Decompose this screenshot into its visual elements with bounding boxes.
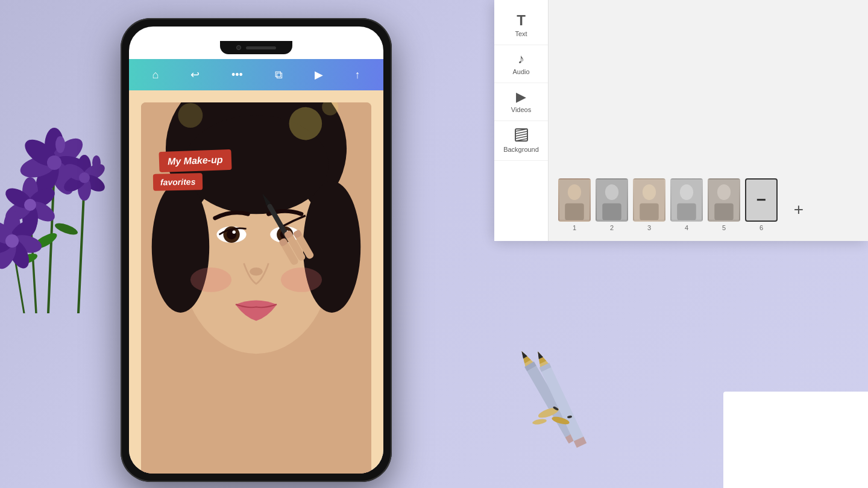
thumbnail-box-2[interactable]: [596, 178, 628, 222]
thumbnail-6[interactable]: − 6: [745, 178, 778, 231]
thumbnail-box-6[interactable]: −: [745, 178, 778, 222]
phone-body: ⌂ ↩ ••• ⧉ ▶ ↑: [121, 18, 392, 482]
thumbnail-num-6: 6: [760, 224, 763, 231]
svg-rect-67: [602, 204, 621, 221]
svg-line-59: [515, 134, 527, 136]
sidebar-audio-label: Audio: [512, 68, 529, 75]
svg-rect-76: [714, 204, 733, 221]
add-slide-button[interactable]: +: [782, 188, 815, 231]
text-icon: T: [517, 13, 526, 28]
svg-point-81: [303, 181, 361, 313]
audio-icon: ♪: [518, 52, 524, 66]
minus-icon: −: [756, 190, 766, 210]
thumbnail-3[interactable]: 3: [633, 178, 665, 231]
phone-screen: ⌂ ↩ ••• ⧉ ▶ ↑: [129, 27, 383, 474]
sidebar-item-videos[interactable]: ▶ Videos: [494, 83, 548, 121]
duplicate-icon[interactable]: ⧉: [275, 69, 283, 81]
thumbnail-num-3: 3: [647, 224, 651, 231]
sidebar-item-audio[interactable]: ♪ Audio: [494, 45, 548, 83]
svg-line-58: [515, 131, 527, 134]
thumbnail-2[interactable]: 2: [596, 178, 628, 231]
thumbnail-box-1[interactable]: [558, 178, 591, 222]
paper-decoration: [723, 392, 868, 488]
svg-point-63: [568, 184, 581, 200]
sticker-subtitle: favorites: [153, 173, 203, 190]
svg-point-91: [250, 267, 263, 276]
thumbnail-4[interactable]: 4: [670, 178, 703, 231]
share-icon[interactable]: ↑: [355, 69, 360, 81]
thumbnail-5[interactable]: 5: [708, 178, 740, 231]
more-icon[interactable]: •••: [231, 69, 243, 81]
svg-point-92: [190, 267, 231, 292]
camera-icon: [236, 45, 241, 50]
phone-notch: [220, 41, 292, 54]
sidebar-item-background[interactable]: Background: [494, 121, 548, 161]
undo-icon[interactable]: ↩: [190, 68, 200, 81]
speaker-icon: [246, 46, 276, 49]
svg-point-75: [717, 184, 731, 200]
home-icon[interactable]: ⌂: [152, 69, 159, 81]
svg-rect-64: [565, 204, 583, 221]
svg-point-104: [178, 103, 203, 128]
thumbnail-num-2: 2: [610, 224, 614, 231]
makeup-photo: My Make-up favorites: [141, 102, 371, 474]
thumbnail-num-1: 1: [573, 224, 576, 231]
svg-rect-73: [677, 204, 696, 221]
svg-point-69: [643, 184, 656, 200]
tool-sidebar: T Text ♪ Audio ▶ Videos Background: [494, 0, 549, 241]
sidebar-text-label: Text: [515, 30, 527, 37]
svg-point-102: [289, 107, 322, 140]
thumbnail-num-5: 5: [722, 224, 726, 231]
add-icon: +: [782, 188, 815, 231]
svg-point-66: [605, 184, 618, 200]
phone-content: My Make-up favorites: [129, 90, 383, 474]
app-toolbar: ⌂ ↩ ••• ⧉ ▶ ↑: [129, 59, 383, 90]
thumbnail-box-3[interactable]: [633, 178, 665, 222]
svg-point-72: [680, 184, 693, 200]
sidebar-videos-label: Videos: [511, 106, 531, 113]
thumbnail-1[interactable]: 1: [558, 178, 591, 231]
thumbnail-num-4: 4: [685, 224, 688, 231]
svg-rect-70: [640, 204, 658, 221]
thumbnail-row: 1 2: [558, 178, 858, 231]
play-icon[interactable]: ▶: [315, 68, 323, 81]
svg-point-80: [152, 181, 210, 313]
svg-line-60: [515, 136, 527, 139]
background-icon: [515, 128, 528, 143]
videos-icon: ▶: [516, 90, 526, 104]
phone-mockup: ⌂ ↩ ••• ⧉ ▶ ↑: [121, 18, 392, 482]
editor-panel: T Text ♪ Audio ▶ Videos Background: [494, 0, 868, 241]
svg-point-86: [232, 231, 235, 234]
sidebar-item-text[interactable]: T Text: [494, 6, 548, 45]
svg-point-93: [281, 267, 322, 292]
thumbnail-box-4[interactable]: [670, 178, 703, 222]
sidebar-background-label: Background: [503, 146, 539, 153]
thumbnail-strip: 1 2: [549, 0, 868, 241]
sticker-title: My Make-up: [159, 149, 231, 172]
thumbnail-box-5[interactable]: [708, 178, 740, 222]
